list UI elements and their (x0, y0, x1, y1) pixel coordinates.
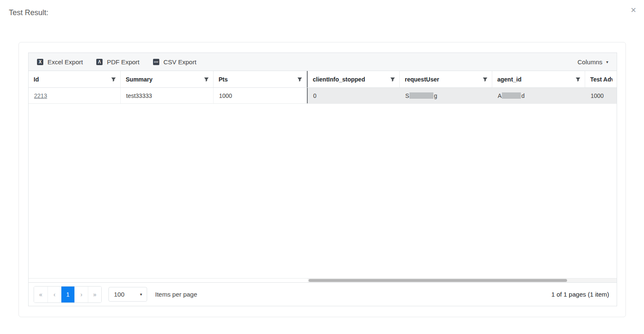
redaction-block (409, 92, 433, 99)
grid-empty-area (29, 104, 617, 278)
pager-next-button[interactable]: › (74, 287, 88, 302)
grid-header-row: Id Summary Pts (29, 71, 617, 88)
filter-icon[interactable] (390, 77, 395, 82)
redaction-block (502, 92, 521, 99)
pdf-export-label: PDF Export (107, 58, 140, 66)
column-header-id[interactable]: Id (29, 71, 121, 87)
horizontal-scrollbar[interactable] (308, 279, 617, 282)
cell-summary: test33333 (121, 88, 214, 103)
grid-toolbar: X Excel Export Λ PDF Export csv CSV Expo… (29, 53, 617, 71)
columns-menu-button[interactable]: Columns ▾ (578, 58, 608, 66)
cell-clientinfo-stopped: 0 (308, 88, 400, 103)
excel-file-icon: X (37, 59, 43, 65)
excel-export-button[interactable]: X Excel Export (37, 58, 83, 66)
filter-icon[interactable] (297, 77, 302, 82)
scrollbar-strip (29, 278, 617, 282)
filter-icon[interactable] (483, 77, 488, 82)
scrollbar-thumb[interactable] (309, 279, 567, 282)
page-size-value: 100 (114, 291, 124, 298)
filter-icon[interactable] (204, 77, 209, 82)
csv-export-label: CSV Export (164, 58, 196, 66)
locked-area-footer (29, 279, 308, 282)
pager-info: 1 of 1 pages (1 item) (551, 291, 612, 298)
close-icon[interactable]: ✕ (631, 7, 636, 14)
column-header-agent-id[interactable]: agent_id (492, 71, 585, 87)
column-header-summary[interactable]: Summary (121, 71, 214, 87)
filter-icon[interactable] (575, 77, 581, 82)
cell-id: 2213 (29, 88, 121, 103)
data-grid: X Excel Export Λ PDF Export csv CSV Expo… (28, 53, 617, 306)
pager-last-button[interactable]: » (88, 287, 101, 302)
result-card: X Excel Export Λ PDF Export csv CSV Expo… (18, 42, 626, 317)
pdf-file-icon: Λ (96, 59, 103, 65)
columns-menu-label: Columns (578, 58, 602, 66)
test-result-dialog: Test Result: ✕ X Excel Export Λ PDF Expo… (0, 0, 644, 334)
csv-file-icon: csv (153, 59, 159, 65)
chevron-down-icon: ▾ (140, 292, 142, 297)
pdf-export-button[interactable]: Λ PDF Export (96, 58, 140, 66)
items-per-page-label: Items per page (155, 291, 197, 298)
grid-pager: « ‹ 1 › » 100 ▾ Items per page 1 of 1 pa… (29, 282, 617, 306)
pager-buttons: « ‹ 1 › » (34, 286, 102, 303)
pager-prev-button[interactable]: ‹ (48, 287, 61, 302)
cell-test-adva: 1000 (585, 88, 617, 103)
page-size-dropdown[interactable]: 100 ▾ (108, 287, 147, 302)
column-header-pts[interactable]: Pts (214, 71, 307, 87)
page-title: Test Result: (9, 8, 48, 17)
column-header-clientinfo-stopped[interactable]: clientInfo_stopped (308, 71, 400, 87)
cell-pts: 1000 (214, 88, 307, 103)
pager-first-button[interactable]: « (34, 287, 48, 302)
grid-body: 2213 test33333 1000 0 Sg Ad 1000 (29, 88, 617, 282)
excel-export-label: Excel Export (48, 58, 83, 66)
pager-page-1-button[interactable]: 1 (61, 287, 74, 302)
filter-icon[interactable] (111, 77, 116, 82)
column-header-requestuser[interactable]: requestUser (400, 71, 492, 87)
chevron-down-icon: ▾ (606, 60, 608, 64)
cell-agent-id: Ad (492, 88, 585, 103)
column-header-test-adva[interactable]: Test Adva (585, 71, 617, 87)
table-row[interactable]: 2213 test33333 1000 0 Sg Ad 1000 (29, 88, 617, 104)
cell-requestuser: Sg (400, 88, 492, 103)
csv-export-button[interactable]: csv CSV Export (153, 58, 196, 66)
id-link[interactable]: 2213 (34, 92, 47, 99)
